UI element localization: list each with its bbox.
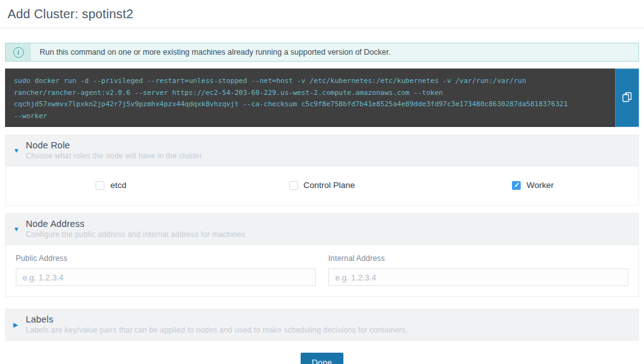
node-address-subtitle: Configure the public address and interna… — [26, 230, 245, 239]
control-plane-checkbox-label[interactable]: Control Plane — [304, 180, 355, 190]
node-address-section-header[interactable]: ▼ Node Address Configure the public addr… — [6, 214, 638, 245]
clipboard-icon — [621, 91, 633, 106]
etcd-checkbox[interactable] — [96, 181, 104, 190]
internal-address-field-group: Internal Address — [328, 254, 628, 286]
footer: Done — [5, 353, 639, 364]
chevron-right-icon[interactable]: ▶ — [13, 321, 26, 328]
internal-address-input[interactable] — [328, 268, 628, 286]
node-address-title: Node Address — [26, 219, 245, 229]
node-role-section: ▼ Node Role Choose what roles the node w… — [5, 135, 639, 206]
docker-command-block: sudo docker run -d --privileged --restar… — [5, 69, 639, 127]
copy-command-button[interactable] — [615, 69, 639, 127]
done-button[interactable]: Done — [301, 353, 343, 364]
worker-checkbox-label[interactable]: Worker — [526, 180, 553, 190]
docker-command-text: sudo docker run -d --privileged --restar… — [5, 69, 615, 127]
node-address-body: Public Address Internal Address — [6, 245, 638, 296]
public-address-field-group: Public Address — [16, 254, 316, 286]
info-banner-text: Run this command on one or more existing… — [31, 43, 391, 61]
public-address-input[interactable] — [16, 268, 316, 286]
labels-section: ▶ Labels Labels are key/value pairs that… — [5, 309, 639, 341]
node-role-title: Node Role — [26, 140, 202, 150]
chevron-down-icon[interactable]: ▼ — [13, 147, 26, 154]
chevron-down-icon[interactable]: ▼ — [13, 226, 26, 233]
labels-subtitle: Labels are key/value pairs that can be a… — [26, 326, 408, 334]
info-banner-icon-cell: i — [6, 43, 31, 61]
node-role-subtitle: Choose what roles the node will have in … — [26, 152, 202, 160]
info-icon: i — [13, 47, 24, 58]
info-banner: i Run this command on one or more existi… — [5, 43, 639, 62]
node-role-section-header[interactable]: ▼ Node Role Choose what roles the node w… — [6, 135, 638, 166]
role-option-worker: Worker — [428, 180, 638, 190]
worker-checkbox[interactable] — [512, 181, 521, 190]
role-option-control-plane: Control Plane — [216, 180, 427, 190]
page-title: Add Cluster: spotinst2 — [5, 0, 639, 28]
etcd-checkbox-label[interactable]: etcd — [110, 180, 126, 190]
control-plane-checkbox[interactable] — [289, 181, 298, 190]
internal-address-label: Internal Address — [328, 254, 628, 263]
add-cluster-page: Add Cluster: spotinst2 i Run this comman… — [0, 0, 644, 364]
labels-title: Labels — [26, 314, 408, 324]
node-role-body: etcd Control Plane Worker — [6, 166, 638, 205]
node-address-section: ▼ Node Address Configure the public addr… — [5, 213, 639, 297]
public-address-label: Public Address — [16, 254, 316, 263]
title-divider — [0, 28, 644, 28]
role-option-etcd: etcd — [6, 180, 216, 190]
labels-section-header[interactable]: ▶ Labels Labels are key/value pairs that… — [6, 309, 638, 340]
